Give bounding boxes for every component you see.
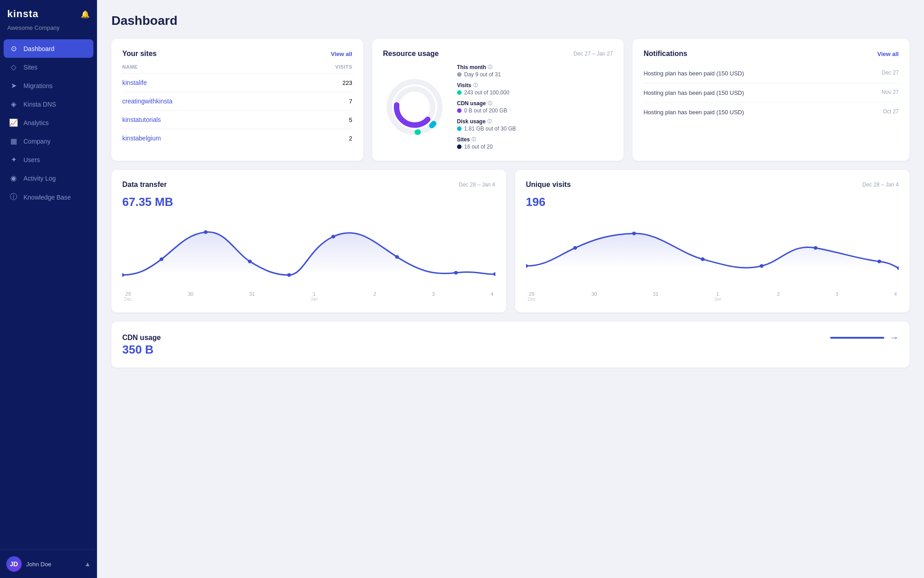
stat-disk: Disk usage ⓘ 1.81 GB out of 30 GB: [457, 118, 613, 132]
unique-visits-svg: [526, 216, 899, 289]
dot-this-month: [457, 72, 462, 77]
notifications-view-all[interactable]: View all: [878, 51, 899, 57]
notifications-list: Hosting plan has been paid (150 USD) Dec…: [643, 64, 899, 122]
info-icon[interactable]: ⓘ: [488, 64, 492, 70]
sidebar-header: kinsta 🔔: [0, 0, 97, 24]
resource-usage-date: Dec 27 – Jan 27: [573, 51, 613, 57]
cdn-usage-value: 350 B: [122, 343, 899, 357]
your-sites-view-all[interactable]: View all: [331, 51, 352, 57]
x-axis-label: 29Dec: [528, 291, 536, 302]
info-icon-disk[interactable]: ⓘ: [487, 118, 492, 125]
svg-point-6: [160, 257, 164, 261]
svg-point-9: [287, 273, 291, 277]
x-axis-label: 3: [836, 291, 838, 302]
page-title: Dashboard: [111, 14, 910, 28]
notifications-card: Notifications View all Hosting plan has …: [633, 39, 910, 161]
x-axis-label: 2: [777, 291, 780, 302]
cdn-arrow-icon[interactable]: →: [890, 332, 899, 343]
x-axis-label: 30: [188, 291, 193, 302]
svg-point-5: [122, 273, 124, 277]
site-name: creatingwithkinsta: [122, 92, 294, 111]
mid-cards-row: Data transfer Dec 28 – Jan 4 67.35 MB: [111, 170, 910, 312]
sidebar-item-users[interactable]: ✦ Users: [4, 150, 93, 169]
info-icon-cdn[interactable]: ⓘ: [488, 100, 492, 107]
x-axis-label: 31: [249, 291, 254, 302]
notification-text: Hosting plan has been paid (150 USD): [643, 89, 744, 97]
site-link[interactable]: kinstatutorials: [122, 116, 161, 123]
sidebar-item-dashboard[interactable]: ⊙ Dashboard: [4, 39, 93, 58]
your-sites-title: Your sites: [122, 50, 157, 58]
main-content: Dashboard Your sites View all NAME VISIT…: [97, 0, 924, 578]
sidebar-label-dashboard: Dashboard: [23, 45, 55, 52]
svg-point-19: [813, 246, 818, 250]
cdn-usage-title: CDN usage: [122, 334, 161, 342]
svg-point-18: [759, 264, 763, 268]
x-axis-label: 2: [374, 291, 376, 302]
stat-sites: Sites ⓘ 16 out of 20: [457, 136, 613, 150]
info-icon-sites[interactable]: ⓘ: [471, 136, 476, 143]
sidebar-item-knowledge-base[interactable]: ⓘ Knowledge Base: [4, 187, 93, 207]
unique-visits-header: Unique visits Dec 28 – Jan 4: [526, 181, 899, 189]
site-link[interactable]: kinstabelgium: [122, 135, 161, 142]
sites-table-body: kinstalife 223 creatingwithkinsta 7 kins…: [122, 74, 352, 148]
sidebar-item-sites[interactable]: ◇ Sites: [4, 58, 93, 76]
visits-label: Visits ⓘ: [457, 82, 613, 89]
chevron-up-icon[interactable]: ▲: [84, 560, 91, 568]
sidebar-item-activity-log[interactable]: ◉ Activity Log: [4, 169, 93, 187]
sidebar-label-activity-log: Activity Log: [23, 175, 56, 182]
svg-point-16: [632, 232, 636, 235]
svg-point-10: [331, 235, 335, 238]
svg-point-20: [877, 260, 881, 263]
sidebar-item-migrations[interactable]: ➤ Migrations: [4, 76, 93, 95]
sites-label: Sites ⓘ: [457, 136, 613, 143]
sidebar-item-analytics[interactable]: 📈 Analytics: [4, 113, 93, 132]
x-axis-label: 1Jan: [714, 291, 721, 302]
site-link[interactable]: creatingwithkinsta: [122, 98, 172, 105]
data-transfer-card: Data transfer Dec 28 – Jan 4 67.35 MB: [111, 170, 506, 312]
data-transfer-header: Data transfer Dec 28 – Jan 4: [122, 181, 495, 189]
x-axis-label: 30: [591, 291, 597, 302]
site-visits: 2: [294, 129, 352, 148]
x-axis-label: 29Dec: [124, 291, 132, 302]
cdn-bar: [830, 337, 884, 339]
cdn-value: 0 B out of 200 GB: [457, 107, 613, 114]
cdn-usage-card: CDN usage → 350 B: [111, 322, 910, 368]
x-axis-label: 1Jan: [310, 291, 318, 302]
footer-user: JD John Doe: [6, 556, 51, 572]
sidebar-item-company[interactable]: ▦ Company: [4, 132, 93, 150]
users-icon: ✦: [9, 155, 18, 164]
unique-visits-chart: [526, 216, 899, 289]
table-row: kinstabelgium 2: [122, 129, 352, 148]
notification-item: Hosting plan has been paid (150 USD) Oct…: [643, 103, 899, 122]
sidebar-item-kinsta-dns[interactable]: ◈ Kinsta DNS: [4, 95, 93, 113]
site-link[interactable]: kinstalife: [122, 79, 147, 86]
bell-icon[interactable]: 🔔: [81, 10, 90, 19]
resource-body: This month ⓘ Day 9 out of 31 Visits ⓘ: [383, 64, 613, 150]
dot-visits: [457, 90, 462, 95]
sidebar-label-migrations: Migrations: [23, 82, 53, 89]
resource-stats: This month ⓘ Day 9 out of 31 Visits ⓘ: [457, 64, 613, 150]
site-visits: 5: [294, 111, 352, 129]
svg-point-14: [526, 264, 528, 268]
x-axis-label: 4: [894, 291, 897, 302]
sidebar-label-kinsta-dns: Kinsta DNS: [23, 101, 56, 108]
info-icon-visits[interactable]: ⓘ: [473, 82, 478, 89]
disk-label: Disk usage ⓘ: [457, 118, 613, 125]
top-cards-row: Your sites View all NAME VISITS kinstali…: [111, 39, 910, 161]
svg-point-12: [454, 271, 458, 275]
your-sites-card: Your sites View all NAME VISITS kinstali…: [111, 39, 363, 161]
x-axis-label: 3: [432, 291, 435, 302]
svg-point-7: [204, 230, 208, 234]
x-axis-label: 31: [653, 291, 658, 302]
resource-usage-header: Resource usage Dec 27 – Jan 27: [383, 50, 613, 58]
sidebar-label-analytics: Analytics: [23, 119, 49, 126]
visits-value: 243 out of 100,000: [457, 89, 613, 96]
donut-svg: [383, 75, 446, 139]
site-name: kinstabelgium: [122, 129, 294, 148]
unique-visits-value: 196: [526, 195, 899, 209]
unique-visits-xaxis: 29Dec30311Jan234: [526, 291, 899, 302]
dot-cdn: [457, 108, 462, 113]
table-row: creatingwithkinsta 7: [122, 92, 352, 111]
notification-date: Nov 27: [882, 89, 899, 95]
company-icon: ▦: [9, 137, 18, 145]
